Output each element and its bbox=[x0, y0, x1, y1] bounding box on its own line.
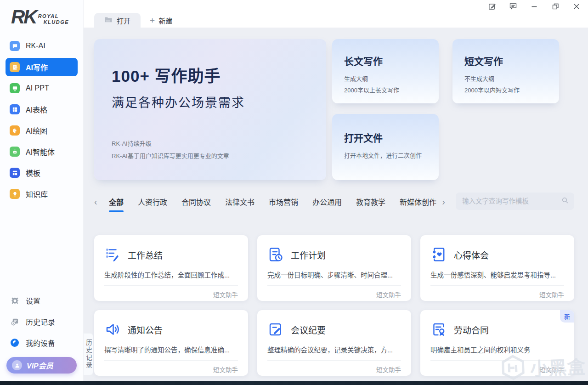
sidebar-item-ai-writing[interactable]: AI写作 bbox=[6, 58, 78, 76]
category-tab-hr[interactable]: 人资行政 bbox=[138, 196, 167, 207]
sidebar-item-ai-paint[interactable]: AI绘图 bbox=[6, 121, 78, 140]
content-area: 100+ 写作助手 满足各种办公场景需求 RK-AI持续升级 RK-AI基于用户… bbox=[84, 28, 588, 381]
sidebar-item-label: 设置 bbox=[26, 295, 40, 306]
plus-icon: + bbox=[150, 16, 155, 25]
hero-note-1: RK-AI持续升级 bbox=[112, 137, 326, 150]
category-tab-contract[interactable]: 合同协议 bbox=[181, 196, 211, 207]
insight-icon bbox=[430, 246, 447, 263]
chevron-right-icon[interactable]: › bbox=[442, 197, 452, 207]
hero-note-2: RK-AI基于用户知识库写更实用更专业的文章 bbox=[112, 150, 326, 162]
template-card-insights[interactable]: 心得体会 生成一份感悟深刻、能够启发思考和指导... 短文助手 bbox=[420, 235, 574, 301]
titlebar bbox=[84, 0, 588, 13]
restore-button[interactable] bbox=[551, 2, 560, 11]
hero-title: 100+ 写作助手 bbox=[112, 63, 326, 86]
template-title: 工作总结 bbox=[128, 249, 163, 261]
card-short-writing[interactable]: 短文写作 不生成大纲 2000字以内短文写作 bbox=[452, 39, 559, 103]
sidebar-item-label: RK-AI bbox=[26, 42, 45, 50]
template-card-notice[interactable]: 通知公告 撰写清晰明了的通知公告，确保信息准确... 短文助手 bbox=[94, 310, 248, 376]
sidebar-item-label: 知识库 bbox=[26, 188, 48, 199]
history-panel-tab[interactable]: 历史记录 bbox=[84, 333, 93, 375]
vip-member-button[interactable]: VIP会员 bbox=[6, 357, 77, 374]
knowledge-icon bbox=[10, 189, 20, 199]
sidebar-item-history[interactable]: 历史记录 bbox=[6, 313, 78, 330]
template-tag: 短文助手 bbox=[430, 360, 564, 374]
bottom-strip bbox=[0, 381, 588, 385]
new-badge: 新 bbox=[560, 310, 574, 323]
sidebar-item-ai-ppt[interactable]: AI PPT bbox=[6, 79, 78, 97]
template-tag: 短文助手 bbox=[104, 360, 238, 374]
template-desc: 生成阶段性的工作总结，全面回顾工作成... bbox=[104, 270, 238, 279]
plan-icon bbox=[267, 246, 284, 263]
tab-new[interactable]: + 新建 bbox=[141, 13, 181, 28]
tab-open-label: 打开 bbox=[117, 16, 130, 25]
sidebar-item-rk-ai[interactable]: RK-AI bbox=[6, 37, 78, 55]
template-title: 会议纪要 bbox=[291, 323, 326, 336]
history-icon bbox=[10, 317, 20, 327]
category-tab-marketing[interactable]: 市场营销 bbox=[269, 196, 298, 207]
device-icon bbox=[10, 338, 20, 348]
sidebar-item-label: 我的设备 bbox=[26, 337, 55, 348]
compose-icon[interactable] bbox=[488, 2, 496, 11]
search-icon bbox=[561, 197, 569, 206]
brand-name-line2: KLUDGE bbox=[44, 19, 69, 25]
app-window: RK ROYAL KLUDGE RK-AI AI写作 bbox=[0, 0, 588, 381]
template-desc: 整理精确的会议纪要，记录关键决策，方... bbox=[267, 345, 401, 354]
sidebar-item-ai-table[interactable]: AI表格 bbox=[6, 100, 78, 119]
template-tag: 短文助手 bbox=[267, 285, 401, 299]
sidebar: RK ROYAL KLUDGE RK-AI AI写作 bbox=[0, 0, 84, 381]
sidebar-item-label: AI绘图 bbox=[26, 125, 47, 136]
brand-logo: RK ROYAL KLUDGE bbox=[11, 7, 83, 27]
sidebar-item-templates[interactable]: 模板 bbox=[6, 164, 78, 182]
sidebar-item-ai-agent[interactable]: AI智能体 bbox=[6, 142, 78, 161]
feedback-icon[interactable] bbox=[509, 2, 517, 11]
sidebar-spacer bbox=[0, 206, 83, 290]
card-title: 短文写作 bbox=[464, 54, 547, 68]
template-desc: 生成一份感悟深刻、能够启发思考和指导... bbox=[430, 270, 564, 279]
hero-banner[interactable]: 100+ 写作助手 满足各种办公场景需求 RK-AI持续升级 RK-AI基于用户… bbox=[94, 39, 326, 180]
brand-name-line1: ROYAL bbox=[38, 13, 69, 19]
category-tab-legal[interactable]: 法律文书 bbox=[225, 196, 254, 207]
template-desc: 明确雇主和员工之间的权利和义务 bbox=[430, 345, 564, 354]
template-card-meeting-minutes[interactable]: 会议纪要 整理精确的会议纪要，记录关键决策，方... 短文助手 bbox=[257, 310, 411, 376]
sidebar-menu: RK-AI AI写作 AI PPT AI表格 bbox=[0, 34, 83, 206]
template-desc: 撰写清晰明了的通知公告，确保信息准确... bbox=[104, 345, 238, 354]
folder-icon bbox=[104, 16, 113, 24]
speaker-icon bbox=[104, 321, 121, 338]
chevron-left-icon[interactable]: ‹ bbox=[94, 197, 104, 207]
tab-open[interactable]: 打开 bbox=[94, 13, 141, 28]
template-tag: 短文助手 bbox=[104, 285, 238, 299]
summary-icon bbox=[104, 246, 121, 263]
template-card-labor-contract[interactable]: 新 劳动合同 明确雇主和员工之间的权利和义务 短文助手 bbox=[420, 310, 574, 376]
avatar-icon bbox=[12, 360, 22, 370]
template-tag: 短文助手 bbox=[267, 360, 401, 374]
gear-icon bbox=[10, 295, 20, 306]
ppt-icon bbox=[10, 83, 20, 93]
sidebar-item-label: 模板 bbox=[26, 167, 40, 178]
template-title: 工作计划 bbox=[291, 249, 326, 261]
hero-subtitle: 满足各种办公场景需求 bbox=[112, 93, 326, 111]
category-tab-bar: ‹ 全部 人资行政 合同协议 法律文书 市场营销 办公通用 教育教学 新媒体创作… bbox=[94, 192, 574, 211]
template-card-work-plan[interactable]: 工作计划 完成一份目标明确、步骤清晰、时间合理... 短文助手 bbox=[257, 235, 411, 301]
card-long-writing[interactable]: 长文写作 生成大纲 2000字以上长文写作 bbox=[332, 39, 439, 103]
minutes-icon bbox=[267, 321, 284, 338]
template-search[interactable] bbox=[456, 192, 574, 210]
hero-notes: RK-AI持续升级 RK-AI基于用户知识库写更实用更专业的文章 bbox=[112, 137, 326, 163]
minimize-button[interactable] bbox=[530, 2, 538, 11]
category-tab-newmedia[interactable]: 新媒体创作 bbox=[400, 196, 436, 207]
sidebar-item-my-devices[interactable]: 我的设备 bbox=[6, 334, 78, 351]
vip-label: VIP会员 bbox=[27, 360, 53, 371]
sidebar-item-settings[interactable]: 设置 bbox=[6, 292, 78, 309]
sidebar-item-knowledge[interactable]: 知识库 bbox=[6, 185, 78, 203]
card-open-file[interactable]: 打开文件 打开本地文件，进行二次创作 bbox=[332, 114, 439, 180]
search-input[interactable] bbox=[462, 198, 561, 205]
close-button[interactable] bbox=[572, 2, 581, 11]
sidebar-item-label: AI表格 bbox=[26, 104, 47, 115]
template-card-work-summary[interactable]: 工作总结 生成阶段性的工作总结，全面回顾工作成... 短文助手 bbox=[94, 235, 248, 301]
category-tab-education[interactable]: 教育教学 bbox=[356, 196, 385, 207]
contract-icon bbox=[430, 321, 447, 338]
sidebar-item-label: AI智能体 bbox=[26, 146, 55, 157]
template-icon bbox=[10, 168, 20, 178]
category-tab-all[interactable]: 全部 bbox=[109, 196, 124, 207]
category-tab-office[interactable]: 办公通用 bbox=[312, 196, 342, 207]
chat-icon bbox=[10, 41, 20, 51]
